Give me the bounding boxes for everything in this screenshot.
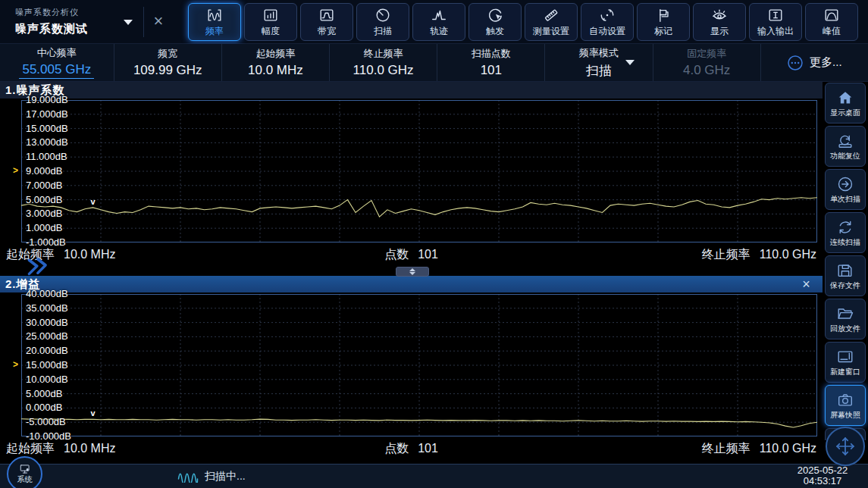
more-label: 更多...: [810, 55, 842, 70]
trace-marker: v: [90, 197, 96, 206]
toolbar-button-label: 频率: [205, 25, 224, 38]
freq-wave-icon: [206, 7, 223, 23]
sidebar-button-label: 显示桌面: [830, 108, 860, 118]
panel-noise-figure: 1.噪声系数v19.000dB17.000dB15.000dB13.000dB1…: [0, 82, 823, 268]
sidebar-button-save-file[interactable]: 保存文件: [825, 255, 866, 296]
toolbar-button-input-output[interactable]: 输入输出: [749, 3, 802, 41]
home-icon: [836, 89, 854, 107]
toolbar-button-marker[interactable]: 标记: [637, 3, 690, 41]
param-label: 终止频率: [364, 47, 403, 61]
toolbar-button-label: 带宽: [318, 25, 336, 38]
instrument-selector[interactable]: 噪声系数分析仪 噪声系数测试: [15, 7, 125, 36]
sidebar-button-screenshot[interactable]: 屏幕快照: [825, 385, 866, 426]
bandwidth-filter-icon: [318, 7, 335, 23]
panel-splitter[interactable]: [396, 267, 429, 277]
sidebar-button-label: 回放文件: [830, 324, 860, 334]
start-frequency-value: 10.0 MHz: [64, 248, 115, 261]
param-span[interactable]: 频宽109.99 GHz: [114, 44, 222, 81]
param-label: 起始频率: [255, 47, 295, 61]
param-sweep-points[interactable]: 扫描点数101: [437, 44, 545, 81]
menu-expander[interactable]: [26, 255, 52, 277]
param-value: 55.005 GHz: [19, 62, 94, 79]
param-center-frequency[interactable]: 中心频率55.005 GHz: [0, 44, 114, 81]
trace-canvas: v: [21, 100, 817, 242]
more-button[interactable]: 更多...: [761, 44, 868, 81]
close-icon[interactable]: ×: [149, 11, 168, 32]
new-window-icon: [836, 348, 854, 366]
trace-peak-icon: [431, 7, 447, 23]
parameter-bar: 中心频率55.005 GHz频宽109.99 GHz起始频率10.0 MHz终止…: [0, 44, 868, 82]
toolbar-button-label: 轨迹: [430, 25, 448, 38]
sidebar-button-continuous-sweep[interactable]: 连续扫描: [825, 212, 866, 253]
sidebar-button-label: 连续扫描: [830, 237, 860, 248]
scan-status-text: 扫描中...: [205, 470, 246, 483]
date-text: 2025-05-22: [785, 465, 860, 476]
toolbar-button-label: 触发: [486, 25, 504, 38]
param-frequency-mode[interactable]: 频率模式扫描: [545, 44, 653, 81]
more-ellipsis-icon: [787, 55, 804, 71]
toolbar-button-trigger[interactable]: 触发: [468, 3, 522, 41]
screenshot-camera-icon: [836, 391, 854, 409]
trigger-arrow-icon: [487, 7, 503, 23]
marker-flag-icon: [655, 7, 672, 23]
system-monitor-icon: [19, 464, 31, 474]
toolbar-button-sweep[interactable]: 扫描: [356, 3, 409, 41]
toolbar-button-amplitude[interactable]: 幅度: [244, 3, 297, 41]
splitter-down-icon: [409, 272, 415, 275]
system-label: 系统: [17, 474, 33, 485]
param-stop-frequency[interactable]: 终止频率110.0 GHz: [330, 44, 437, 81]
param-value: 4.0 GHz: [683, 63, 730, 78]
toolbar-button-measure-setup[interactable]: 测量设置: [525, 3, 578, 41]
sidebar-button-label: 单次扫描: [830, 194, 860, 205]
param-value: 扫描: [586, 62, 612, 80]
toolbar-button-bandwidth[interactable]: 带宽: [300, 3, 353, 41]
points-label: 点数: [384, 442, 409, 455]
chevron-down-icon[interactable]: [124, 20, 133, 25]
toolbar-button-auto-setup[interactable]: 自动设置: [581, 3, 634, 41]
right-sidebar: 显示桌面功能复位单次扫描连续扫描保存文件回放文件新建窗口屏幕快照: [824, 83, 868, 443]
param-label: 频宽: [158, 47, 177, 61]
stop-frequency-label: 终止频率: [702, 442, 750, 455]
points-value: 101: [418, 248, 438, 261]
panel-close-icon[interactable]: ×: [798, 276, 815, 292]
continuous-sweep-icon: [836, 218, 854, 236]
param-start-frequency[interactable]: 起始频率10.0 MHz: [222, 44, 330, 81]
panel-titlebar[interactable]: 1.噪声系数: [0, 82, 823, 99]
toolbar-button-display[interactable]: 显示: [693, 3, 746, 41]
sidebar-button-show-desktop[interactable]: 显示桌面: [825, 83, 866, 124]
toolbar-button-peak[interactable]: 峰值: [805, 3, 858, 41]
param-fixed-frequency: 固定频率4.0 GHz: [653, 44, 761, 81]
toolbar-button-trace[interactable]: 轨迹: [412, 3, 465, 41]
ref-level-marker-icon: >: [2, 359, 18, 370]
param-value: 10.0 MHz: [248, 63, 303, 78]
sidebar-button-new-window[interactable]: 新建窗口: [825, 342, 866, 383]
toolbar-button-label: 扫描: [374, 25, 392, 38]
sidebar-button-playback-file[interactable]: 回放文件: [825, 299, 866, 339]
toolbar-button-frequency[interactable]: 频率: [188, 3, 241, 41]
stop-frequency-label: 终止频率: [702, 248, 750, 261]
peak-curve-icon: [823, 7, 840, 23]
auto-setup-icon: [599, 7, 616, 23]
sidebar-button-single-sweep[interactable]: 单次扫描: [825, 169, 866, 210]
points-value: 101: [418, 442, 438, 455]
function-toolbar: 频率幅度带宽扫描轨迹触发测量设置自动设置标记显示输入输出峰值: [188, 0, 858, 41]
time-text: 04:53:17: [785, 476, 860, 486]
param-label: 固定频率: [687, 47, 726, 61]
toolbar-button-label: 幅度: [262, 25, 280, 38]
chevron-down-icon: [625, 60, 635, 65]
stop-frequency-value: 110.0 GHz: [760, 248, 816, 261]
start-frequency-value: 10.0 MHz: [64, 442, 115, 455]
panel-titlebar[interactable]: 2.增益×: [0, 276, 823, 292]
panel-title-text: 2.增益: [5, 277, 41, 290]
param-label: 频率模式: [579, 46, 619, 60]
trace-marker: v: [90, 408, 96, 418]
system-button[interactable]: 系统: [7, 456, 42, 488]
param-label: 中心频率: [37, 46, 77, 60]
scan-wave-icon: [177, 469, 199, 483]
sidebar-button-function-reset[interactable]: 功能复位: [825, 126, 866, 167]
param-value: 110.0 GHz: [353, 63, 414, 78]
status-bar: [0, 464, 868, 488]
navigation-button[interactable]: [826, 427, 865, 466]
sweep-dial-icon: [374, 7, 391, 23]
param-value: 109.99 GHz: [133, 63, 202, 78]
